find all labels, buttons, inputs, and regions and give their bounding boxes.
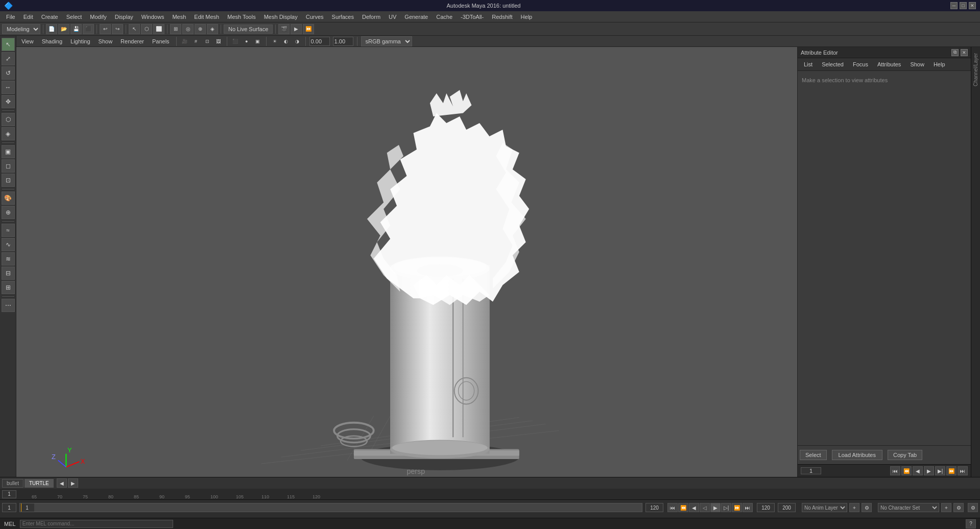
attr-float-btn[interactable]: ⧉ (951, 49, 959, 56)
vp-frame-btn[interactable]: ⊡ (203, 37, 212, 46)
curve-btn-5[interactable]: ⊞ (2, 281, 15, 294)
menu-cache[interactable]: Cache (432, 13, 457, 21)
lighting-menu[interactable]: Lighting (67, 37, 93, 45)
menu-modify[interactable]: Modify (86, 13, 110, 21)
redo-btn[interactable]: ↪ (112, 24, 123, 34)
curve-btn-1[interactable]: ≈ (2, 224, 15, 237)
frame-prev-key-btn[interactable]: ⏪ (901, 466, 912, 475)
pb-play-fwd-btn[interactable]: ▶ (710, 503, 721, 512)
ipr-btn[interactable]: ▶ (291, 24, 302, 34)
no-anim-layer-select[interactable]: No Anim Layer (802, 503, 847, 512)
render-set-btn[interactable]: ⊕ (2, 206, 15, 219)
menu-deform[interactable]: Deform (358, 13, 385, 21)
layer-vis-btn[interactable]: ◻ (2, 159, 15, 173)
pb-step-back-btn[interactable]: ◀ (689, 503, 699, 512)
frame-last-btn[interactable]: ⏭ (958, 466, 968, 475)
frame-prev-btn[interactable]: ◀ (913, 466, 923, 475)
mode-selector[interactable]: Modeling (2, 24, 40, 34)
attr-nav-show[interactable]: Show (908, 60, 926, 68)
anim-tab-turtle[interactable]: TURTLE (25, 479, 54, 488)
open-btn[interactable]: 📂 (58, 24, 69, 34)
attr-frame-input[interactable] (801, 467, 821, 474)
select-button[interactable]: Select (800, 450, 827, 460)
pb-prev-key-btn[interactable]: ⏪ (678, 503, 688, 512)
menu-generate[interactable]: Generate (400, 13, 432, 21)
menu-help[interactable]: Help (517, 13, 537, 21)
menu-surfaces[interactable]: Surfaces (328, 13, 358, 21)
attr-nav-selected[interactable]: Selected (820, 60, 846, 68)
menu-windows[interactable]: Windows (137, 13, 169, 21)
anim-next-tab-btn[interactable]: ▶ (68, 478, 78, 488)
menu-mesh-display[interactable]: Mesh Display (260, 13, 302, 21)
expand-btn[interactable]: ⋯ (2, 299, 15, 312)
renderer-menu[interactable]: Renderer (117, 37, 147, 45)
show-menu[interactable]: Show (95, 37, 116, 45)
prefs-btn[interactable]: ⚙ (968, 503, 978, 512)
attr-nav-attributes[interactable]: Attributes (875, 60, 903, 68)
menu-uv[interactable]: UV (385, 13, 400, 21)
timeline-scrub-bar[interactable] (19, 503, 642, 512)
live-surface-btn[interactable]: No Live Surface (224, 25, 273, 34)
anim-layer-settings-btn[interactable]: ⚙ (862, 503, 872, 512)
anim-prev-tab-btn[interactable]: ◀ (57, 478, 67, 488)
attr-nav-list[interactable]: List (802, 60, 815, 68)
char-set-settings-btn[interactable]: ⚙ (953, 503, 964, 512)
vp-render-btn[interactable]: 🖼 (214, 37, 223, 46)
vp-shade-flat[interactable]: ▣ (253, 37, 262, 46)
pb-go-end-btn[interactable]: ⏭ (743, 503, 753, 512)
close-button[interactable]: ✕ (969, 2, 976, 9)
vp-cam-btn[interactable]: 🎥 (180, 37, 189, 46)
vp-light-all[interactable]: ☀ (270, 37, 279, 46)
select-tool[interactable]: ↖ (2, 38, 15, 51)
undo-btn[interactable]: ↩ (100, 24, 111, 34)
snap-point-btn[interactable]: ⊕ (195, 24, 206, 34)
menu-redshift[interactable]: Redshift (488, 13, 516, 21)
attr-nav-focus[interactable]: Focus (851, 60, 870, 68)
view-menu[interactable]: View (18, 37, 37, 45)
exposure-input[interactable] (333, 37, 353, 46)
vp-shade-wire[interactable]: ⬛ (231, 37, 240, 46)
gamma-input[interactable] (309, 37, 330, 46)
vp-shadow-btn[interactable]: ◐ (281, 37, 291, 46)
render-layer-btn[interactable]: 🎨 (2, 191, 15, 205)
attr-nav-help[interactable]: Help (931, 60, 947, 68)
panels-menu[interactable]: Panels (149, 37, 173, 45)
channel-layer-tab[interactable]: Channel/Layer (972, 49, 979, 90)
range-start-input[interactable] (2, 503, 16, 512)
menu-select[interactable]: Select (62, 13, 86, 21)
seq-render-btn[interactable]: ⏩ (303, 24, 314, 34)
display-layer-btn[interactable]: ▣ (2, 145, 15, 158)
layer-wire-btn[interactable]: ⊡ (2, 174, 15, 187)
menu-create[interactable]: Create (37, 13, 62, 21)
snap-curve-btn[interactable]: ◎ (182, 24, 194, 34)
select-tool-btn[interactable]: ↖ (129, 24, 140, 34)
frame-play-btn[interactable]: ▶ (924, 466, 934, 475)
anim-layer-add-btn[interactable]: + (849, 503, 859, 512)
vp-ao-btn[interactable]: ◑ (293, 37, 302, 46)
soft-select-btn[interactable]: ⬡ (2, 113, 15, 126)
menu-edit[interactable]: Edit (19, 13, 37, 21)
menu-file[interactable]: File (2, 13, 19, 21)
colorspace-select[interactable]: sRGB gamma (361, 36, 412, 46)
vp-grid-btn[interactable]: # (192, 37, 201, 46)
frame-first-btn[interactable]: ⏮ (890, 466, 900, 475)
frame-next-key-btn[interactable]: ⏩ (946, 466, 957, 475)
timeline-frame-display[interactable] (2, 490, 16, 498)
menu-mesh-tools[interactable]: Mesh Tools (223, 13, 259, 21)
rotate-tool[interactable]: ↺ (2, 66, 15, 80)
snap-grid-btn[interactable]: ⊞ (170, 24, 181, 34)
menu-curves[interactable]: Curves (302, 13, 328, 21)
select-mode-btn[interactable]: ⬜ (153, 24, 164, 34)
end-frame-input[interactable] (757, 503, 775, 512)
curve-btn-3[interactable]: ≋ (2, 252, 15, 266)
shading-menu[interactable]: Shading (39, 37, 65, 45)
save-btn[interactable]: 💾 (70, 24, 82, 34)
menu-3dtoall[interactable]: -3DToAll- (457, 13, 488, 21)
viewport[interactable]: X Y Z persp (16, 47, 797, 477)
max-frame-input[interactable] (778, 503, 796, 512)
menu-mesh[interactable]: Mesh (168, 13, 190, 21)
pb-go-start-btn[interactable]: ⏮ (667, 503, 678, 512)
scale-tool[interactable]: ↔ (2, 81, 15, 94)
curve-btn-4[interactable]: ⊟ (2, 267, 15, 280)
paint-tool[interactable]: ◈ (2, 127, 15, 140)
